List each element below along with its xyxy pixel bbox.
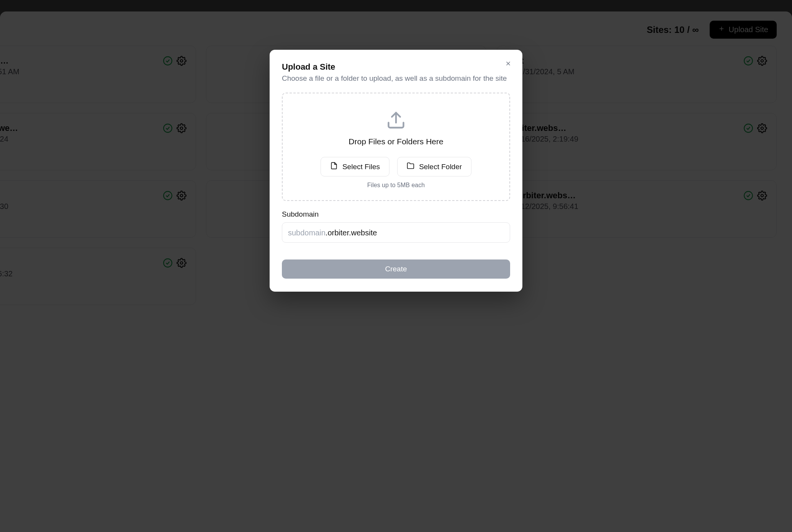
select-files-label: Select Files xyxy=(342,163,380,171)
dropzone-text: Drop Files or Folders Here xyxy=(349,137,443,146)
select-files-button[interactable]: Select Files xyxy=(321,157,389,176)
dropzone-hint: Files up to 5MB each xyxy=(367,182,425,189)
dropzone[interactable]: Drop Files or Folders Here Select Files … xyxy=(282,93,510,201)
upload-modal: Upload a Site Choose a file or a folder … xyxy=(270,50,522,292)
subdomain-input[interactable] xyxy=(282,222,510,243)
select-folder-label: Select Folder xyxy=(419,163,462,171)
create-button[interactable]: Create xyxy=(282,259,510,279)
modal-subtitle: Choose a file or a folder to upload, as … xyxy=(282,74,510,83)
modal-title: Upload a Site xyxy=(282,62,510,72)
modal-overlay[interactable]: Upload a Site Choose a file or a folder … xyxy=(0,0,792,532)
upload-icon xyxy=(386,110,406,132)
close-button[interactable] xyxy=(502,58,514,70)
folder-icon xyxy=(407,162,414,171)
select-folder-button[interactable]: Select Folder xyxy=(397,157,471,176)
file-icon xyxy=(330,162,338,171)
subdomain-label: Subdomain xyxy=(282,210,510,219)
close-icon xyxy=(505,60,512,68)
